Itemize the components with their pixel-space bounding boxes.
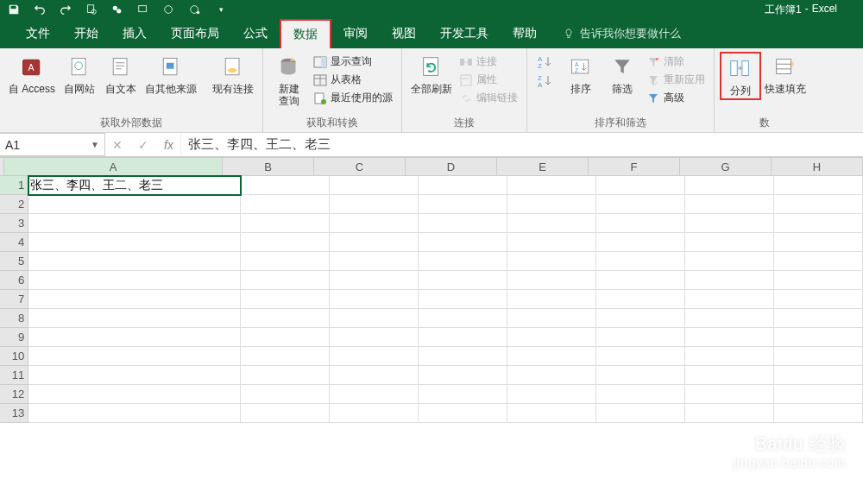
cell[interactable] — [774, 214, 863, 233]
flash-fill-button[interactable]: 快速填充 — [761, 52, 809, 97]
formula-input[interactable]: 张三、李四、王二、老三 — [180, 133, 863, 156]
cell[interactable] — [596, 290, 685, 309]
cell[interactable] — [685, 233, 774, 252]
cell[interactable] — [28, 195, 241, 214]
from-text-button[interactable]: 自文本 — [100, 52, 142, 97]
cell[interactable] — [507, 385, 596, 404]
cell[interactable] — [596, 366, 685, 385]
cell[interactable] — [507, 176, 596, 195]
cell[interactable] — [507, 328, 596, 347]
row-header[interactable]: 9 — [0, 328, 28, 347]
cell[interactable] — [596, 214, 685, 233]
cell[interactable] — [507, 309, 596, 328]
cell[interactable] — [419, 309, 507, 328]
cell[interactable] — [685, 290, 774, 309]
tab-file[interactable]: 文件 — [14, 19, 62, 48]
cell[interactable] — [685, 309, 774, 328]
custom-icon-1[interactable] — [110, 3, 124, 16]
cell[interactable] — [330, 366, 419, 385]
row-header[interactable]: 13 — [0, 404, 28, 423]
cell[interactable] — [507, 347, 596, 366]
cell[interactable] — [685, 271, 774, 290]
row-header[interactable]: 1 — [0, 176, 28, 195]
cell[interactable] — [330, 195, 419, 214]
save-icon[interactable] — [7, 3, 21, 16]
cell[interactable] — [28, 309, 241, 328]
cell[interactable] — [241, 176, 330, 195]
cell[interactable] — [241, 252, 330, 271]
column-header[interactable]: D — [406, 157, 497, 175]
cell[interactable] — [241, 290, 330, 309]
cell[interactable] — [419, 271, 507, 290]
tell-me[interactable]: 告诉我你想要做什么 — [563, 19, 681, 48]
text-to-columns-button[interactable]: 分列 — [720, 52, 761, 100]
cell[interactable] — [507, 195, 596, 214]
cell[interactable] — [28, 347, 241, 366]
cell[interactable] — [596, 347, 685, 366]
refresh-all-button[interactable]: 全部刷新 — [407, 52, 456, 97]
from-other-button[interactable]: 自其他来源 — [142, 52, 200, 97]
cell[interactable] — [419, 252, 507, 271]
cell[interactable] — [596, 195, 685, 214]
advanced-button[interactable]: 高级 — [643, 90, 709, 106]
sort-desc-button[interactable]: ZA — [532, 72, 557, 90]
cell[interactable] — [507, 214, 596, 233]
existing-connections-button[interactable]: 现有连接 — [209, 52, 257, 97]
cell[interactable] — [685, 195, 774, 214]
cell[interactable] — [596, 233, 685, 252]
cell[interactable] — [241, 385, 330, 404]
cell[interactable] — [596, 252, 685, 271]
column-header[interactable]: H — [772, 157, 863, 175]
cell[interactable] — [774, 233, 863, 252]
name-box[interactable]: A1 ▼ — [0, 133, 105, 156]
cell[interactable] — [774, 176, 863, 195]
cell[interactable] — [241, 366, 330, 385]
column-header[interactable]: A — [4, 157, 223, 175]
cell[interactable] — [419, 366, 507, 385]
cell[interactable] — [685, 347, 774, 366]
spreadsheet-grid[interactable]: ABCDEFGH 1张三、李四、王二、老三2345678910111213 — [0, 157, 863, 423]
cell[interactable] — [28, 214, 241, 233]
tab-developer[interactable]: 开发工具 — [428, 19, 501, 48]
fx-icon[interactable]: fx — [164, 138, 173, 152]
from-web-button[interactable]: 自网站 — [59, 52, 100, 97]
custom-icon-4[interactable] — [188, 3, 202, 16]
cell[interactable] — [419, 290, 507, 309]
row-header[interactable]: 6 — [0, 271, 28, 290]
cell[interactable] — [241, 271, 330, 290]
cell[interactable] — [774, 271, 863, 290]
column-header[interactable]: E — [497, 157, 589, 175]
custom-icon-2[interactable] — [136, 3, 150, 16]
cell[interactable] — [507, 271, 596, 290]
row-header[interactable]: 7 — [0, 290, 28, 309]
cell[interactable] — [330, 176, 419, 195]
row-header[interactable]: 3 — [0, 214, 28, 233]
cell[interactable] — [774, 290, 863, 309]
tab-view[interactable]: 视图 — [380, 19, 428, 48]
connections-button[interactable]: 连接 — [456, 54, 521, 70]
cell[interactable] — [596, 385, 685, 404]
cell[interactable] — [419, 233, 507, 252]
cell[interactable] — [596, 309, 685, 328]
cell[interactable] — [28, 271, 241, 290]
cell[interactable] — [685, 252, 774, 271]
cell[interactable] — [28, 366, 241, 385]
cell[interactable] — [28, 290, 241, 309]
cell[interactable] — [241, 347, 330, 366]
cell[interactable] — [419, 347, 507, 366]
tab-insert[interactable]: 插入 — [110, 19, 159, 48]
cell[interactable] — [330, 347, 419, 366]
column-header[interactable]: F — [589, 157, 680, 175]
cell[interactable] — [241, 233, 330, 252]
cell[interactable] — [28, 252, 241, 271]
cell[interactable] — [419, 214, 507, 233]
show-queries-button[interactable]: 显示查询 — [310, 54, 396, 70]
cell[interactable] — [507, 252, 596, 271]
cell[interactable] — [507, 404, 596, 423]
cell[interactable] — [507, 366, 596, 385]
undo-icon[interactable] — [33, 3, 47, 16]
cell[interactable] — [774, 347, 863, 366]
recent-sources-button[interactable]: 最近使用的源 — [310, 90, 396, 106]
cell[interactable] — [28, 328, 241, 347]
row-header[interactable]: 12 — [0, 385, 28, 404]
